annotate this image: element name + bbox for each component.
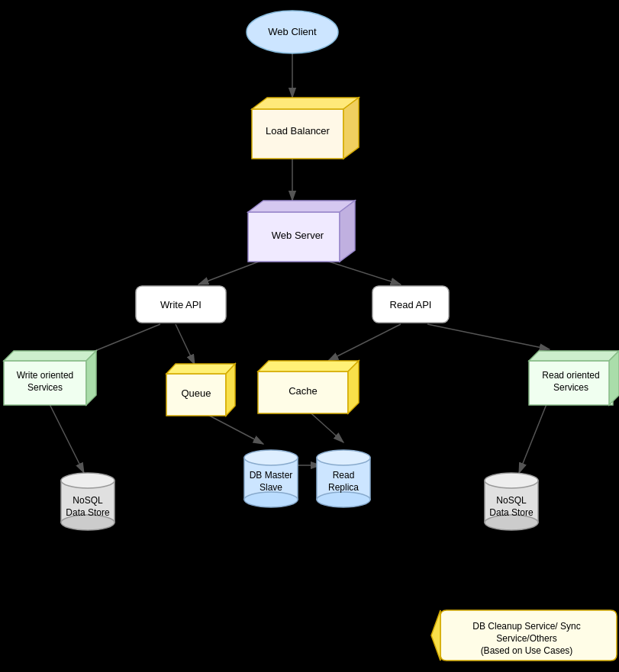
write-api-node: Write API: [136, 286, 226, 323]
write-api-label: Write API: [160, 299, 201, 310]
web-server-label: Web Server: [272, 230, 324, 241]
nosql-left-label2: Data Store: [66, 507, 110, 518]
architecture-diagram: Web Client Load Balancer Web Server Writ…: [0, 0, 619, 672]
svg-marker-25: [4, 351, 96, 361]
write-services-label2: Services: [27, 382, 63, 393]
read-api-label: Read API: [390, 299, 432, 310]
cache-node: Cache: [258, 361, 359, 413]
svg-point-46: [485, 473, 538, 488]
svg-marker-18: [343, 98, 359, 159]
load-balancer-label: Load Balancer: [266, 125, 330, 137]
queue-label: Queue: [181, 387, 211, 399]
db-cleanup-label1: DB Cleanup Service/ Sync: [472, 621, 580, 632]
write-services-label: Write oriented: [17, 370, 73, 381]
web-client-node: Web Client: [247, 11, 338, 53]
db-cleanup-label3: (Based on Use Cases): [481, 645, 573, 656]
read-services-node: Read oriented Services: [529, 351, 619, 405]
read-replica-label2: Replica: [328, 482, 359, 493]
nosql-right-node: NoSQL Data Store: [485, 473, 538, 530]
nosql-left-label: NoSQL: [73, 495, 103, 506]
svg-point-41: [317, 492, 370, 507]
svg-point-38: [244, 492, 298, 507]
svg-marker-35: [609, 351, 619, 405]
svg-marker-31: [258, 361, 359, 371]
write-services-node: Write oriented Services: [4, 351, 96, 405]
web-client-label: Web Client: [268, 26, 317, 37]
queue-node: Queue: [166, 364, 235, 416]
svg-point-43: [61, 473, 114, 488]
svg-marker-21: [340, 201, 355, 262]
read-replica-node: Read Replica: [317, 450, 370, 507]
db-master-node: DB Master Slave: [244, 450, 298, 507]
nosql-left-node: NoSQL Data Store: [61, 473, 114, 530]
db-cleanup-node: DB Cleanup Service/ Sync Service/Others …: [431, 610, 617, 661]
svg-marker-17: [252, 98, 359, 109]
read-replica-label: Read: [333, 470, 355, 481]
svg-marker-28: [166, 364, 235, 374]
svg-point-37: [244, 450, 298, 465]
read-services-label2: Services: [553, 382, 588, 393]
svg-marker-20: [248, 201, 355, 212]
cache-label: Cache: [289, 385, 318, 397]
nosql-right-label: NoSQL: [496, 495, 527, 506]
db-cleanup-label2: Service/Others: [496, 633, 556, 644]
read-api-node: Read API: [372, 286, 449, 323]
read-services-label: Read oriented: [542, 370, 599, 381]
nosql-right-label2: Data Store: [489, 507, 534, 518]
svg-point-40: [317, 450, 370, 465]
db-master-label: DB Master: [250, 470, 293, 481]
load-balancer-node: Load Balancer: [252, 98, 359, 159]
web-server-node: Web Server: [248, 201, 355, 262]
db-master-label2: Slave: [260, 482, 282, 493]
svg-marker-34: [529, 351, 619, 361]
svg-marker-26: [86, 351, 96, 405]
svg-marker-29: [226, 364, 235, 416]
